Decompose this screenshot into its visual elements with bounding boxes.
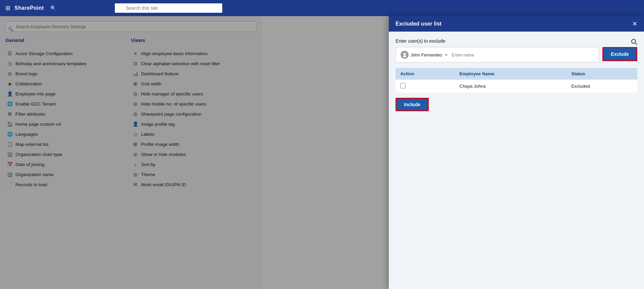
- modal-search-button[interactable]: [631, 38, 637, 47]
- include-button[interactable]: Include: [396, 98, 429, 111]
- exclude-button[interactable]: Exclude: [602, 47, 637, 61]
- user-tag-remove-button[interactable]: ×: [444, 52, 448, 57]
- user-tag-name: John Fernandez: [411, 52, 442, 57]
- modal-header: Excluded user list ✕: [389, 16, 644, 32]
- main-content: 🔍 General ☰ Azure Storage Configuration …: [0, 16, 644, 289]
- svg-point-2: [632, 39, 636, 43]
- brand-name: SharePoint: [14, 5, 44, 11]
- user-input-row: John Fernandez × Exclude: [396, 47, 637, 63]
- status-cell: Excluded: [567, 80, 637, 93]
- nav-search-wrap: 🔍: [48, 3, 222, 13]
- modal-close-button[interactable]: ✕: [632, 21, 637, 27]
- table-row: Chaya Johns Excluded: [396, 80, 637, 93]
- nav-search-icon: 🔍: [50, 5, 56, 11]
- user-input-field[interactable]: John Fernandez ×: [396, 47, 599, 63]
- status-column-header: Status: [567, 68, 637, 80]
- modal-title: Excluded user list: [396, 21, 442, 27]
- action-column-header: Action: [396, 68, 455, 80]
- nav-search-input[interactable]: [115, 3, 222, 13]
- row-checkbox[interactable]: [400, 83, 406, 88]
- include-btn-wrap: Include: [396, 98, 637, 111]
- table-header-row: Action Employee Name Status: [396, 68, 637, 80]
- avatar: [401, 51, 409, 59]
- action-cell: [396, 80, 455, 93]
- user-name-input[interactable]: [452, 52, 595, 57]
- excluded-users-table: Action Employee Name Status Chaya Johns …: [396, 68, 637, 93]
- modal-body: Enter user(s) to exclude John Fernandez: [389, 32, 644, 289]
- employee-name-cell: Chaya Johns: [455, 80, 566, 93]
- excluded-user-list-modal: Excluded user list ✕ Enter user(s) to ex…: [389, 16, 644, 289]
- svg-line-3: [635, 43, 637, 45]
- svg-point-1: [403, 55, 406, 57]
- top-nav: ⊞ SharePoint 🔍: [0, 0, 644, 16]
- section-label: Enter user(s) to exclude: [396, 38, 637, 44]
- modal-overlay: Excluded user list ✕ Enter user(s) to ex…: [0, 16, 644, 289]
- employee-name-column-header: Employee Name: [455, 68, 566, 80]
- svg-point-0: [404, 53, 406, 55]
- grid-icon[interactable]: ⊞: [5, 4, 10, 12]
- user-tag: John Fernandez ×: [399, 50, 450, 59]
